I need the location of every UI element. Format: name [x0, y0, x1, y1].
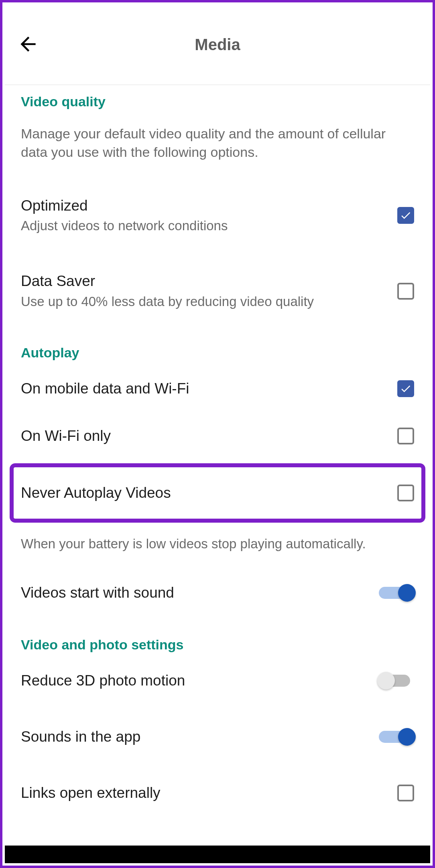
option-never-autoplay[interactable]: Never Autoplay Videos — [21, 467, 414, 519]
option-sub: Use up to 40% less data by reducing vide… — [21, 293, 389, 311]
section-header-video-photo: Video and photo settings — [21, 637, 414, 653]
checkbox-never-autoplay[interactable] — [397, 485, 414, 501]
option-title: On mobile data and Wi-Fi — [21, 379, 389, 398]
checkbox-autoplay-wifi-only[interactable] — [397, 428, 414, 444]
option-sounds-app[interactable]: Sounds in the app — [21, 717, 414, 757]
option-autoplay-mobile-wifi[interactable]: On mobile data and Wi-Fi — [21, 369, 414, 409]
option-title: On Wi-Fi only — [21, 426, 389, 446]
check-icon — [400, 209, 412, 221]
section-header-autoplay: Autoplay — [21, 345, 414, 361]
section-desc-video-quality: Manage your default video quality and th… — [21, 125, 414, 162]
checkbox-data-saver[interactable] — [397, 283, 414, 300]
option-title: Reduce 3D photo motion — [21, 671, 371, 690]
option-title: Videos start with sound — [21, 583, 371, 602]
header: Media — [5, 5, 430, 85]
checkbox-links-external[interactable] — [397, 785, 414, 801]
option-videos-sound[interactable]: Videos start with sound — [21, 573, 414, 613]
option-title: Data Saver — [21, 272, 389, 291]
bottom-nav-bar — [5, 846, 430, 863]
checkbox-optimized[interactable] — [397, 207, 414, 224]
highlight-never-autoplay: Never Autoplay Videos — [10, 463, 425, 523]
option-title: Optimized — [21, 196, 389, 215]
autoplay-footnote: When your battery is low videos stop pla… — [21, 523, 414, 565]
checkbox-autoplay-mobile-wifi[interactable] — [397, 380, 414, 397]
option-optimized[interactable]: Optimized Adjust videos to network condi… — [21, 186, 414, 245]
check-icon — [400, 383, 412, 395]
section-header-video-quality: Video quality — [21, 94, 414, 110]
option-autoplay-wifi-only[interactable]: On Wi-Fi only — [21, 416, 414, 456]
toggle-videos-sound[interactable] — [379, 584, 414, 602]
option-sub: Adjust videos to network conditions — [21, 217, 389, 235]
option-data-saver[interactable]: Data Saver Use up to 40% less data by re… — [21, 261, 414, 321]
toggle-reduce-3d[interactable] — [379, 672, 414, 690]
option-reduce-3d[interactable]: Reduce 3D photo motion — [21, 661, 414, 701]
option-title: Sounds in the app — [21, 727, 371, 746]
arrow-left-icon — [17, 33, 39, 55]
content: Video quality Manage your default video … — [5, 85, 430, 813]
option-title: Never Autoplay Videos — [21, 483, 389, 503]
back-button[interactable] — [17, 33, 39, 57]
toggle-sounds-app[interactable] — [379, 728, 414, 746]
option-title: Links open externally — [21, 783, 389, 803]
option-links-external[interactable]: Links open externally — [21, 773, 414, 813]
page-title: Media — [17, 36, 418, 54]
